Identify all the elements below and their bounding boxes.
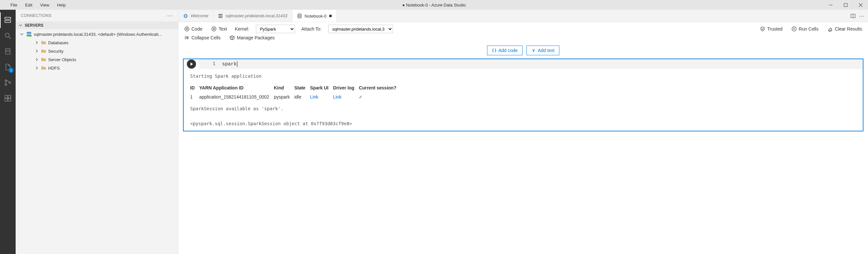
tab-server-dashboard[interactable]: sqlmaster.pridelands.local,31433 [213,10,292,22]
split-editor-icon[interactable] [850,13,856,19]
folder-icon [41,65,46,71]
tree-node-server-objects[interactable]: Server Objects [16,55,178,64]
notebook-icon [297,13,302,19]
titlebar: File Edit View Help ● Notebook-0 - Azure… [0,0,868,10]
activity-extensions[interactable] [0,90,16,106]
cell-editor-row: 1 spark [184,59,863,69]
svg-point-4 [5,33,9,37]
tree-node-databases[interactable]: Databases [16,38,178,47]
activity-notebooks[interactable] [0,44,16,59]
table-header-row: ID YARN Application ID Kind State Spark … [190,83,401,93]
chevron-right-icon [34,66,39,70]
activity-connections[interactable] [0,12,16,28]
add-code-button[interactable]: Code [183,26,204,32]
output-repr: <pyspark.sql.session.SparkSession object… [190,121,856,126]
svg-rect-1 [844,3,847,6]
run-cell-area [184,59,199,69]
svg-rect-18 [218,14,222,15]
run-cell-button[interactable] [187,60,196,69]
svg-point-6 [5,80,7,82]
attach-to-label: Attach To: [302,26,322,32]
run-cells-button[interactable]: Run Cells [790,26,820,32]
notebook-toolbar: Code Text Kernel: PySpark Attach To: sql… [179,22,868,41]
code-text: spark [222,61,237,67]
add-code-cell-button[interactable]: Add code [487,45,523,55]
tab-notebook-0[interactable]: Notebook-0 [292,10,337,22]
server-icon [218,13,223,19]
spark-ui-link[interactable]: Link [310,94,318,100]
th-kind: Kind [274,83,294,93]
activity-source-control[interactable] [0,75,16,90]
td-kind: pyspark [274,93,294,102]
activity-explorer[interactable]: 1 [0,59,16,75]
more-actions-icon[interactable]: ⋯ [859,12,865,20]
trusted-button[interactable]: Trusted [758,26,784,32]
collapse-icon [184,35,189,40]
manage-packages-button[interactable]: Manage Packages [228,34,276,41]
chevron-down-icon [18,23,23,28]
manage-packages-label: Manage Packages [237,35,275,40]
add-code-label: Add code [498,48,518,53]
text-icon [531,48,536,53]
explorer-badge: 1 [8,68,14,73]
svg-rect-11 [5,99,7,101]
kernel-label: Kernel: [235,26,249,32]
notebook-cell-actions: Add code Add text [179,41,868,59]
tree-node-hdfs[interactable]: HDFS [16,64,178,72]
tree-label: Server Objects [48,57,76,62]
menu-bar: File Edit View Help [6,1,70,9]
chevron-down-icon [20,32,24,36]
svg-rect-12 [8,99,11,101]
svg-rect-19 [218,16,222,18]
add-text-button[interactable]: Text [210,26,228,32]
server-label: sqlmaster.pridelands.local,31433, <defau… [34,32,162,37]
sidebar-more-icon[interactable]: ⋯ [167,12,173,19]
eraser-icon [828,26,833,32]
menu-edit[interactable]: Edit [21,1,36,9]
tab-label: Notebook-0 [305,14,327,19]
td-current: ✓ [359,93,401,102]
clear-results-label: Clear Results [835,26,862,32]
clear-results-button[interactable]: Clear Results [826,26,863,32]
maximize-button[interactable] [838,0,853,10]
th-state: State [294,83,310,93]
sidebar: CONNECTIONS ⋯ SERVERS sqlmaster.pridelan… [16,10,179,254]
th-driverlog: Driver log [333,83,359,93]
svg-rect-5 [5,48,10,54]
plus-circle-icon [211,26,217,32]
activity-search[interactable] [0,28,16,44]
th-sparkui: Spark UI [310,83,333,93]
collapse-cells-button[interactable]: Collapse Cells [183,34,222,41]
braces-icon [492,48,497,53]
table-row: 1 application_1582144181105_0002 pyspark… [190,93,401,102]
app-title: ● Notebook-0 - Azure Data Studio [402,3,466,7]
add-text-cell-button[interactable]: Add text [526,45,559,55]
cell-output: Starting Spark application ID YARN Appli… [184,69,863,131]
th-appid: YARN Application ID [199,83,274,93]
menu-file[interactable]: File [6,1,21,9]
folder-icon [41,40,46,45]
trusted-label: Trusted [767,26,782,32]
servers-section-header[interactable]: SERVERS [16,22,178,29]
servers-label: SERVERS [25,23,43,28]
td-id: 1 [190,93,199,102]
menu-view[interactable]: View [36,1,53,9]
run-cells-label: Run Cells [799,26,818,32]
server-node[interactable]: sqlmaster.pridelands.local,31433, <defau… [16,30,178,38]
driver-log-link[interactable]: Link [333,94,342,100]
tab-welcome[interactable]: Welcome [179,10,213,22]
svg-point-17 [185,15,187,16]
kernel-select[interactable]: PySpark [256,25,295,33]
close-button[interactable] [853,0,868,10]
line-number: 1 [203,61,222,67]
minimize-button[interactable] [823,0,838,10]
svg-rect-10 [8,95,11,98]
menu-help[interactable]: Help [53,1,70,9]
tree-node-security[interactable]: Security [16,47,178,55]
chevron-right-icon [34,40,39,45]
code-editor[interactable]: 1 spark [199,59,863,69]
attach-to-select[interactable]: sqlmaster.pridelands.local,3 [328,25,393,33]
sidebar-title: CONNECTIONS [21,13,52,18]
tab-label: Welcome [191,13,208,18]
th-current: Current session? [359,83,401,93]
